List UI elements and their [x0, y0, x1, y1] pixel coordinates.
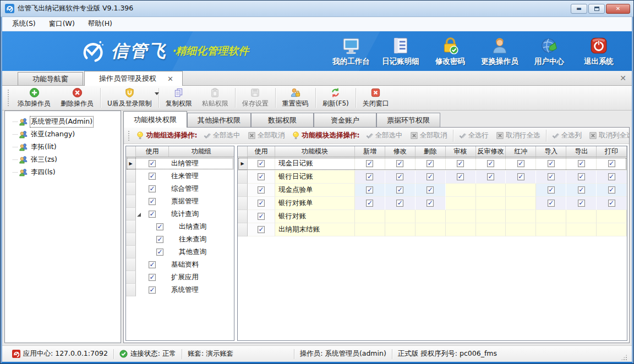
ops-button-全部取消[interactable]: 全部取消 — [244, 129, 289, 142]
dropdown-arrow-icon[interactable] — [155, 92, 159, 95]
checkbox[interactable]: ✓ — [396, 173, 403, 180]
ops-button-全部选中[interactable]: 全部选中 — [362, 129, 407, 142]
module-row-现金点验单[interactable]: ✓现金点验单✓✓✓✓✓✓ — [238, 184, 627, 197]
restore-button[interactable] — [588, 4, 605, 14]
toolbar-button-U盾及登录限制[interactable]: U盾及登录限制 — [102, 86, 157, 110]
toolbar-button-重置密码[interactable]: 重置密码 — [277, 86, 314, 110]
group-row-出纳管理[interactable]: ▶✓出纳管理 — [126, 157, 234, 170]
tree-item-3[interactable]: 张三(zs) — [10, 153, 121, 166]
main-tab-0[interactable]: 功能导航窗 — [18, 72, 83, 85]
checkbox[interactable]: ✓ — [608, 160, 615, 167]
ops-button-取消列全选[interactable]: 取消列全选 — [586, 129, 630, 142]
module-row-银行日记账[interactable]: ✓银行日记账✓✓✓✓✓✓✓✓✓ — [238, 170, 627, 184]
group-row-往来管理[interactable]: ✓往来管理 — [126, 170, 234, 183]
group-row-综合管理[interactable]: ✓综合管理 — [126, 183, 234, 195]
tree-expand-icon[interactable] — [137, 213, 141, 217]
main-tab-1[interactable]: 操作员管理及授权✕ — [84, 71, 183, 86]
column-header-修改[interactable]: 修改 — [385, 146, 416, 157]
checkbox[interactable]: ✓ — [149, 274, 156, 281]
checkbox[interactable]: ✓ — [608, 186, 615, 194]
column-header-功能模块[interactable]: 功能模块 — [275, 146, 355, 157]
group-row-票据管理[interactable]: ✓票据管理 — [126, 195, 234, 208]
checkbox[interactable]: ✓ — [258, 186, 265, 194]
column-header-审核[interactable]: 审核 — [446, 146, 476, 157]
checkbox[interactable]: ✓ — [366, 200, 373, 207]
checkbox[interactable]: ✓ — [578, 173, 585, 180]
checkbox[interactable]: ✓ — [548, 160, 555, 167]
minimize-button[interactable]: ▬ — [571, 4, 587, 14]
column-header-删除[interactable]: 删除 — [416, 146, 446, 157]
checkbox[interactable]: ✓ — [548, 200, 555, 207]
checkbox[interactable]: ✓ — [427, 160, 434, 167]
banner-action-日记账明细[interactable]: 日记账明细 — [378, 36, 424, 67]
group-row-往来查询[interactable]: ✓往来查询 — [126, 233, 234, 246]
toolbar-button-刷新(F5)[interactable]: 刷新(F5) — [318, 86, 354, 110]
checkbox[interactable]: ✓ — [149, 173, 156, 180]
column-header-导出[interactable]: 导出 — [566, 146, 597, 157]
module-row-出纳期末结账[interactable]: ✓出纳期末结账 — [238, 223, 627, 236]
tree-item-1[interactable]: 张亚(zhangy) — [10, 128, 121, 141]
checkbox[interactable]: ✓ — [156, 249, 163, 256]
checkbox[interactable]: ✓ — [149, 211, 156, 218]
module-row-银行对账[interactable]: ✓银行对账 — [238, 210, 627, 223]
checkbox[interactable]: ✓ — [258, 200, 265, 207]
perm-tab-2[interactable]: 数据权限 — [251, 113, 314, 127]
module-row-现金日记账[interactable]: ▶✓现金日记账✓✓✓✓✓✓✓✓✓ — [238, 157, 627, 170]
banner-action-用户中心[interactable]: 用户中心 — [526, 36, 572, 67]
perm-tab-4[interactable]: 票据环节权限 — [376, 113, 440, 127]
checkbox[interactable]: ✓ — [578, 160, 585, 167]
banner-action-退出系统[interactable]: 退出系统 — [576, 36, 622, 67]
column-header-红冲[interactable]: 红冲 — [506, 146, 536, 157]
checkbox[interactable]: ✓ — [396, 200, 403, 207]
column-header-打印[interactable]: 打印 — [597, 146, 627, 157]
checkbox[interactable]: ✓ — [258, 213, 265, 220]
resize-grip[interactable] — [621, 354, 627, 361]
column-header-group[interactable]: 功能组 — [169, 146, 234, 157]
ops-button-全部取消[interactable]: 全部取消 — [407, 129, 451, 142]
checkbox[interactable]: ✓ — [396, 160, 403, 167]
column-header-use[interactable]: 使用 — [136, 146, 169, 157]
menu-item-0[interactable]: 系统(S) — [6, 18, 42, 30]
ops-button-全选列[interactable]: 全选列 — [548, 129, 586, 142]
checkbox[interactable]: ✓ — [149, 185, 156, 192]
ops-button-取消行全选[interactable]: 取消行全选 — [493, 129, 544, 142]
column-header-导入[interactable]: 导入 — [536, 146, 566, 157]
checkbox[interactable]: ✓ — [548, 186, 555, 194]
group-row-其他查询[interactable]: ✓其他查询 — [126, 246, 234, 258]
checkbox[interactable]: ✓ — [258, 160, 265, 167]
checkbox[interactable]: ✓ — [149, 198, 156, 205]
checkbox[interactable]: ✓ — [258, 173, 265, 180]
checkbox[interactable]: ✓ — [517, 173, 524, 180]
tabstrip-close-icon[interactable]: ✕ — [620, 74, 626, 82]
checkbox[interactable]: ✓ — [427, 173, 434, 180]
toolbar-button-删除操作员[interactable]: 删除操作员 — [56, 86, 99, 110]
group-row-扩展应用[interactable]: ✓扩展应用 — [126, 271, 234, 284]
checkbox[interactable]: ✓ — [487, 173, 494, 180]
checkbox[interactable]: ✓ — [366, 186, 373, 194]
checkbox[interactable]: ✓ — [427, 200, 434, 207]
group-row-出纳查询[interactable]: ✓出纳查询 — [126, 220, 234, 233]
close-button[interactable]: ✕ — [606, 4, 630, 14]
column-header-新增[interactable]: 新增 — [355, 146, 385, 157]
checkbox[interactable]: ✓ — [156, 223, 163, 230]
banner-action-修改密码[interactable]: 修改密码 — [427, 36, 473, 67]
module-row-银行对账单[interactable]: ✓银行对账单✓✓✓✓✓✓ — [238, 197, 627, 210]
checkbox[interactable]: ✓ — [366, 173, 373, 180]
banner-action-我的工作台[interactable]: 我的工作台 — [328, 36, 374, 67]
checkbox[interactable]: ✓ — [366, 160, 373, 167]
tree-item-2[interactable]: 李拓(lit) — [10, 141, 121, 153]
toolbar-button-复制权限[interactable]: 复制权限 — [161, 86, 197, 110]
group-row-基础资料[interactable]: ✓基础资料 — [126, 258, 234, 271]
group-row-系统管理[interactable]: ✓系统管理 — [126, 284, 234, 296]
column-header-反审修改[interactable]: 反审修改 — [476, 146, 506, 157]
ops-button-全选行[interactable]: 全选行 — [455, 129, 493, 142]
checkbox[interactable]: ✓ — [457, 173, 464, 180]
perm-tab-1[interactable]: 其他操作权限 — [187, 113, 251, 127]
column-header-使用[interactable]: 使用 — [248, 146, 275, 157]
tree-item-4[interactable]: 李四(ls) — [10, 166, 121, 179]
menu-item-2[interactable]: 帮助(H) — [81, 18, 119, 30]
checkbox[interactable]: ✓ — [487, 160, 494, 167]
checkbox[interactable]: ✓ — [457, 160, 464, 167]
checkbox[interactable]: ✓ — [427, 186, 434, 194]
perm-tab-3[interactable]: 资金账户 — [314, 113, 376, 127]
